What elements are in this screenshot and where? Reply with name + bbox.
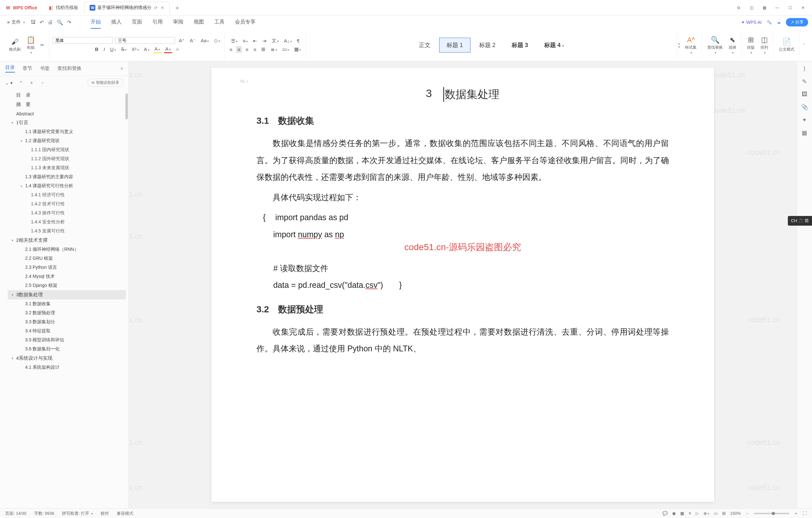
zoom-in-icon[interactable]: ＋: [794, 511, 798, 516]
window-app-icon[interactable]: ▦: [760, 4, 768, 11]
toc-item-30[interactable]: 4.1 系统架构设计: [8, 363, 126, 372]
style-1[interactable]: 标题 1: [439, 38, 470, 53]
sidebar-image-icon[interactable]: 🖼: [802, 91, 808, 98]
tab-wps-office[interactable]: WWPS Office: [0, 2, 42, 14]
nav-tab-0[interactable]: 目录: [5, 64, 15, 73]
sidebar-grid-icon[interactable]: ▦: [802, 129, 807, 136]
numbering-icon[interactable]: ≡▾: [241, 37, 249, 44]
panel-close-icon[interactable]: ✕: [120, 66, 123, 71]
share-button[interactable]: ↗分享: [786, 18, 808, 26]
file-menu[interactable]: ≡文件▾: [4, 18, 28, 26]
font-shading-icon[interactable]: A: [175, 46, 180, 53]
nav-tab-1[interactable]: 章节: [23, 65, 32, 71]
show-marks-icon[interactable]: ¶: [296, 37, 301, 44]
toc-remove-icon[interactable]: －: [40, 80, 45, 86]
style-3[interactable]: 标题 3: [504, 38, 535, 53]
toc-item-24[interactable]: 3.2 数据预处理: [8, 309, 126, 317]
spellcheck-status[interactable]: 拼写检查: 打开 ▾: [62, 511, 93, 516]
window-minimize-icon[interactable]: —: [773, 4, 781, 11]
superscript-icon[interactable]: X²▾: [130, 46, 140, 53]
tab-document-active[interactable]: W基于循环神经网络的情感分⟳✕: [84, 2, 170, 14]
preview-icon[interactable]: 🔍: [57, 19, 63, 26]
toc-item-28[interactable]: 3.6 数据集归一化: [8, 345, 126, 354]
search-icon[interactable]: 🔍: [767, 20, 772, 25]
toc-item-12[interactable]: 1.4.2 技术可行性: [8, 200, 126, 208]
compat-mode[interactable]: 兼容模式: [117, 511, 134, 516]
official-mode-button[interactable]: 📄公文模式: [777, 37, 796, 53]
toc-item-16[interactable]: ▾2相关技术支撑: [8, 236, 126, 245]
toc-item-2[interactable]: Abstract: [8, 109, 126, 118]
distribute-icon[interactable]: ⊞: [260, 46, 267, 53]
menu-tab-0[interactable]: 开始: [91, 16, 101, 29]
font-name-select[interactable]: [53, 37, 112, 44]
page-indicator[interactable]: 页面: 14/30: [5, 511, 26, 516]
line-spacing-icon[interactable]: ≣▾: [269, 46, 279, 53]
highlight-icon[interactable]: A▾: [153, 46, 162, 53]
zoom-out-icon[interactable]: －: [745, 511, 750, 516]
sidebar-clip-icon[interactable]: 📎: [801, 104, 808, 111]
arrange-button[interactable]: ◫排列▾: [758, 35, 770, 55]
smart-toc-button[interactable]: ⟳智能识别目录: [87, 79, 123, 87]
view-outline-icon[interactable]: ≡: [689, 511, 691, 516]
indent-dec-icon[interactable]: ⇤: [252, 37, 258, 45]
ime-indicator[interactable]: CH 🎵 简: [788, 216, 812, 226]
toc-item-0[interactable]: 目 录: [8, 91, 126, 100]
menu-tab-5[interactable]: 视图: [194, 16, 204, 29]
view-nav-icon[interactable]: ◉: [672, 511, 676, 516]
toc-item-21[interactable]: 2.5 Django 框架: [8, 281, 126, 290]
toc-item-1[interactable]: 摘 要: [8, 100, 126, 109]
select-button[interactable]: ⬉选择▾: [727, 35, 738, 55]
align-right-icon[interactable]: ≡: [244, 46, 250, 53]
text-direction-icon[interactable]: 文▾: [270, 37, 280, 45]
style-4[interactable]: 标题 4 ▾: [537, 38, 571, 53]
word-count[interactable]: 字数: 9938: [34, 511, 54, 516]
toc-prev-icon[interactable]: ⌃: [19, 80, 23, 85]
align-center-icon[interactable]: ≡: [236, 46, 242, 53]
increase-font-icon[interactable]: A⁺: [178, 37, 186, 44]
toc-scrollbar[interactable]: [125, 93, 128, 119]
sort-icon[interactable]: A↓▾: [283, 37, 293, 44]
toc-item-10[interactable]: ▾1.4 课题研究可行性分析: [8, 181, 126, 191]
zoom-level[interactable]: 150%: [730, 511, 741, 516]
toc-item-22[interactable]: ▾3数据集处理: [8, 290, 126, 299]
toc-item-7[interactable]: 1.1.2 国外研究现状: [8, 154, 126, 164]
document-area[interactable]: H₁ ↕ 3 数据集处理 3.1 数据收集 数据收集是情感分类任务的第一步。通常…: [129, 61, 796, 508]
sidebar-sparkle-icon[interactable]: ✦: [802, 116, 807, 123]
menu-tab-7[interactable]: 会员专享: [235, 16, 256, 29]
cloud-icon[interactable]: ☁: [777, 20, 781, 25]
toc-item-19[interactable]: 2.3 Python 语言: [8, 263, 126, 272]
style-0[interactable]: 正文: [411, 38, 438, 53]
indent-inc-icon[interactable]: ⇥: [261, 37, 268, 45]
toc-item-11[interactable]: 1.4.1 经济可行性: [8, 191, 126, 200]
toc-item-14[interactable]: 1.4.4 安全性分析: [8, 218, 126, 227]
menu-tab-6[interactable]: 工具: [214, 16, 225, 29]
view-chat-icon[interactable]: 💬: [663, 511, 668, 516]
proofread-status[interactable]: 校对: [100, 511, 109, 516]
align-left-icon[interactable]: ≡: [228, 46, 234, 53]
toc-item-27[interactable]: 3.5 模型训练和评估: [8, 336, 126, 345]
toc-item-3[interactable]: ▾1引言: [8, 118, 126, 127]
bullets-icon[interactable]: ☰▾: [230, 37, 239, 45]
view-focus-icon[interactable]: ▭: [714, 511, 718, 516]
strike-icon[interactable]: S̶▾: [120, 46, 128, 53]
toc-item-25[interactable]: 3.3 数据集划分: [8, 317, 126, 326]
decrease-font-icon[interactable]: A⁻: [188, 37, 197, 44]
font-size-select[interactable]: [115, 37, 175, 44]
paste-button[interactable]: 📋粘贴▾: [25, 35, 37, 55]
align-justify-icon[interactable]: ≡: [252, 46, 258, 53]
underline-icon[interactable]: U▾: [109, 46, 117, 53]
italic-icon[interactable]: I: [103, 46, 106, 53]
view-print-icon[interactable]: ▦: [680, 511, 684, 516]
toc-item-29[interactable]: ▾4系统设计与实现: [8, 354, 126, 363]
view-read-icon[interactable]: ▷: [696, 511, 699, 516]
borders-icon[interactable]: ▦▾: [293, 46, 302, 53]
toc-item-5[interactable]: ▾1.2 课题研究现状: [8, 136, 126, 145]
font-color-icon[interactable]: A▾: [164, 46, 172, 53]
toc-add-icon[interactable]: ＋: [29, 80, 34, 86]
change-case-icon[interactable]: Aa▾: [199, 37, 210, 44]
undo-icon[interactable]: ↶: [40, 19, 44, 26]
toc-item-15[interactable]: 1.4.5 发展可行性: [8, 227, 126, 236]
toc-item-20[interactable]: 2.4 Mysql 技术: [8, 272, 126, 281]
toc-item-4[interactable]: 1.1 课题研究背景与意义: [8, 127, 126, 136]
window-maximize-icon[interactable]: ☐: [786, 4, 794, 11]
